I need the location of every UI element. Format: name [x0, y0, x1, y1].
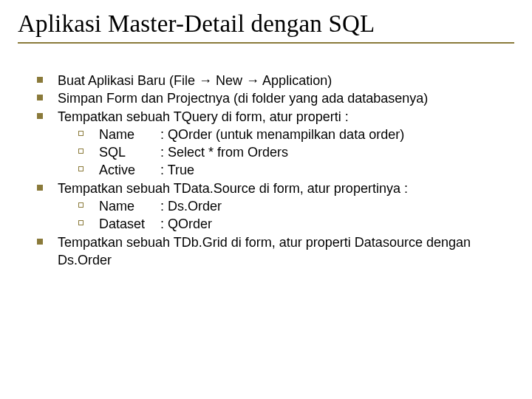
sub-list-item: Name : Ds.Order [58, 197, 514, 215]
list-item-text: Simpan Form dan Projectnya (di folder ya… [58, 91, 428, 106]
bullet-list: Buat Aplikasi Baru (File → New → Applica… [37, 72, 514, 269]
property-value: : True [160, 163, 194, 177]
list-item: Tempatkan sebuah TQuery di form, atur pr… [37, 108, 514, 180]
property-label: Dataset [99, 215, 157, 233]
list-item: Tempatkan sebuah TData.Source di form, a… [37, 180, 514, 233]
property-label: SQL [99, 143, 157, 161]
property-label: Active [99, 161, 157, 179]
slide: Aplikasi Master-Detail dengan SQL Buat A… [0, 0, 532, 399]
sub-list-item: SQL : Select * from Orders [58, 143, 514, 161]
property-value: : Ds.Order [160, 199, 222, 214]
list-item: Buat Aplikasi Baru (File → New → Applica… [37, 72, 514, 89]
sub-list: Name : QOrder (untuk menampilkan data or… [58, 126, 514, 180]
sub-list-item: Active : True [58, 161, 514, 179]
sub-list-item: Name : QOrder (untuk menampilkan data or… [58, 126, 514, 143]
list-item-text: Tempatkan sebuah TQuery di form, atur pr… [58, 109, 349, 124]
sub-list-item: Dataset : QOrder [58, 215, 514, 233]
list-item: Simpan Form dan Projectnya (di folder ya… [37, 89, 514, 107]
slide-content: Buat Aplikasi Baru (File → New → Applica… [18, 72, 514, 269]
slide-title: Aplikasi Master-Detail dengan SQL [18, 10, 514, 38]
title-underline [18, 42, 514, 44]
property-value: : QOrder [160, 216, 212, 231]
property-label: Name [99, 197, 157, 215]
list-item-text: Tempatkan sebuah TDb.Grid di form, atur … [58, 235, 471, 267]
list-item-text: Buat Aplikasi Baru (File → New → Applica… [58, 73, 332, 88]
property-value: : QOrder (untuk menampilkan data order) [160, 127, 404, 142]
list-item: Tempatkan sebuah TDb.Grid di form, atur … [37, 233, 514, 270]
property-label: Name [99, 126, 157, 143]
sub-list: Name : Ds.Order Dataset : QOrder [58, 197, 514, 233]
property-value: : Select * from Orders [160, 145, 288, 160]
list-item-text: Tempatkan sebuah TData.Source di form, a… [58, 181, 408, 196]
